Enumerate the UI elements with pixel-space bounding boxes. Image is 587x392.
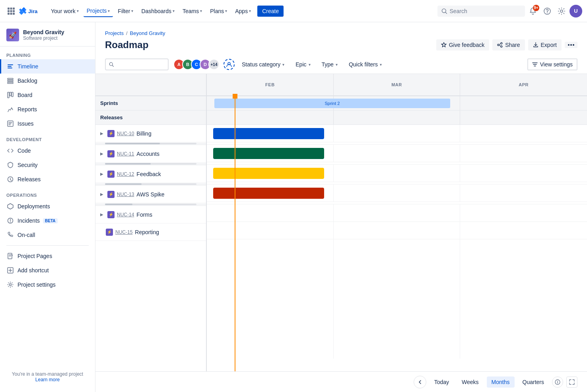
issue-key-nuc15[interactable]: NUC-15 [115,229,132,235]
gantt-row-nuc14[interactable]: ▶ ⚡ NUC-14 Forms [95,206,206,223]
sidebar-item-code[interactable]: Code [0,144,95,158]
sidebar-item-incidents[interactable]: Incidents BETA [0,213,95,228]
type-filter[interactable]: Type ▾ [318,59,342,70]
nav-apps[interactable]: Apps ▾ [232,6,254,17]
user-avatar[interactable]: U [570,5,582,17]
gantt-bar-nuc12[interactable] [213,168,325,179]
expand-nuc13[interactable]: ▶ [99,191,105,198]
releases-section: Releases [95,111,206,125]
sidebar-item-board[interactable]: Board [0,88,95,102]
today-button[interactable]: Today [430,376,454,388]
expand-button[interactable] [566,376,577,388]
issue-key-nuc10[interactable]: NUC-10 [117,131,134,136]
sidebar-item-releases[interactable]: Releases [0,172,95,186]
learn-more-link[interactable]: Learn more [35,377,60,382]
gantt-bar-nuc11[interactable] [213,148,325,159]
gantt-row-nuc13[interactable]: ▶ ⚡ NUC-13 AWS Spike [95,186,206,203]
nav-teams[interactable]: Teams ▾ [179,6,205,17]
feedback-icon [441,42,447,48]
sidebar-project[interactable]: 🚀 Beyond Gravity Software project [0,22,95,47]
roadmap-search-input[interactable] [116,61,165,68]
quick-filters[interactable]: Quick filters ▾ [345,59,386,70]
expand-icon [569,379,575,385]
gantt-bar-nuc10[interactable] [213,128,325,139]
expand-nuc11[interactable]: ▶ [99,151,105,157]
issue-key-nuc14[interactable]: NUC-14 [117,212,134,217]
avatar-count[interactable]: +14 [208,59,220,70]
timeline-row-nuc13 [207,184,587,202]
help-button[interactable] [541,5,554,17]
sidebar-item-on-call[interactable]: On-call [0,228,95,242]
sidebar-item-timeline[interactable]: Timeline [0,59,95,74]
months-button[interactable]: Months [487,376,515,388]
sidebar-item-project-pages[interactable]: Project Pages [0,249,95,263]
reports-icon [6,105,14,113]
epic-filter[interactable]: Epic ▾ [292,59,314,70]
settings-button[interactable] [555,5,568,17]
apps-icon[interactable] [5,5,17,17]
nav-plans[interactable]: Plans ▾ [207,6,230,17]
roadmap-search-box[interactable] [105,58,169,70]
issue-name-nuc10: Billing [136,130,151,137]
sidebar-footer: You're in a team-managed project Learn m… [0,368,95,386]
search-input[interactable] [449,8,521,14]
more-actions-button[interactable] [565,42,577,48]
notifications-button[interactable]: 9+ [527,5,539,17]
gantt-row-nuc10[interactable]: ▶ ⚡ NUC-10 Billing [95,125,206,142]
export-button[interactable]: Export [528,39,562,50]
nav-your-work[interactable]: Your work ▾ [48,6,82,17]
sidebar-item-reports[interactable]: Reports [0,102,95,116]
nav-dashboards[interactable]: Dashboards ▾ [138,6,178,17]
jira-logo[interactable]: Jira [19,6,43,16]
gantt-bar-nuc13[interactable] [213,188,325,199]
quarters-button[interactable]: Quarters [518,376,549,388]
breadcrumb-projects[interactable]: Projects [105,30,124,36]
more-icon [568,44,574,46]
sidebar-item-security[interactable]: Security [0,158,95,172]
page-title: Roadmap [105,39,148,50]
sprint-2-bar[interactable]: Sprint 2 [214,99,450,108]
create-button[interactable]: Create [257,6,284,17]
issue-key-nuc11[interactable]: NUC-11 [117,151,134,157]
gantt-row-nuc15[interactable]: ⚡ NUC-15 Reporting [95,223,206,241]
sidebar-item-add-shortcut[interactable]: Add shortcut [0,263,95,278]
timeline-icon [6,62,14,70]
share-button[interactable]: Share [492,39,525,50]
invite-button[interactable] [224,59,235,70]
issue-icon-nuc10: ⚡ [107,130,115,137]
weeks-button[interactable]: Weeks [457,376,484,388]
scroll-left-button[interactable] [414,376,426,388]
sidebar-item-issues[interactable]: Issues [0,116,95,131]
feedback-button[interactable]: Give feedback [436,39,490,50]
sprint-cell-feb: Sprint 2 [207,96,334,110]
gantt-row-nuc11[interactable]: ▶ ⚡ NUC-11 Accounts [95,145,206,163]
month-feb: FEB [207,74,334,95]
expand-nuc14[interactable]: ▶ [99,212,105,218]
type-chevron: ▾ [336,62,338,67]
gantt-left-header [95,74,206,96]
issue-key-nuc12[interactable]: NUC-12 [117,171,134,177]
search-box[interactable] [437,6,525,17]
sidebar-item-deployments[interactable]: Deployments [0,199,95,213]
dashboards-chevron: ▾ [173,9,175,13]
info-button[interactable] [552,376,563,388]
issue-key-nuc13[interactable]: NUC-13 [117,192,134,197]
nav-projects[interactable]: Projects ▾ [84,5,113,17]
status-category-filter[interactable]: Status category ▾ [238,59,288,70]
svg-rect-8 [13,13,15,15]
view-settings-button[interactable]: View settings [527,58,577,70]
sidebar-item-project-settings[interactable]: Project settings [0,278,95,292]
issue-icon-nuc15: ⚡ [106,229,113,236]
nav-filter[interactable]: Filter ▾ [115,6,136,17]
expand-nuc12[interactable]: ▶ [99,171,105,177]
gantt-row-nuc12[interactable]: ▶ ⚡ NUC-12 Feedback [95,165,206,183]
svg-rect-3 [8,10,10,12]
releases-timeline-header [207,111,587,125]
sidebar-item-backlog[interactable]: Backlog [0,74,95,88]
breadcrumb-project[interactable]: Beyond Gravity [130,30,165,36]
expand-nuc10[interactable]: ▶ [99,130,105,137]
export-icon [533,42,538,48]
sprints-timeline-row: Sprint 2 [207,96,587,111]
svg-rect-23 [12,92,13,97]
gantt-right-panel: FEB MAR APR Sprint 2 [207,74,587,371]
